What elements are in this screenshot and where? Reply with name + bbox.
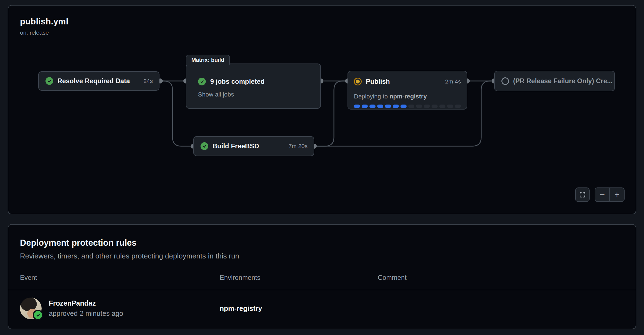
- progress-segment: [432, 105, 438, 108]
- node-duration: 7m 20s: [288, 143, 308, 149]
- avatar: [20, 298, 42, 319]
- column-header-environments: Environments: [220, 274, 378, 281]
- workflow-graph-panel: publish.yml on: release Res: [8, 5, 636, 214]
- matrix-jobs-summary: 9 jobs completed: [210, 78, 265, 85]
- progress-segment: [385, 105, 391, 108]
- success-check-icon: [45, 77, 53, 85]
- node-label: Build FreeBSD: [212, 142, 259, 150]
- deploy-target-environment: npm-registry: [389, 93, 427, 100]
- progress-segment: [424, 105, 430, 108]
- node-matrix-build[interactable]: 9 jobs completed Show all jobs: [186, 64, 321, 109]
- progress-segment: [439, 105, 445, 108]
- reviewer-username[interactable]: FrozenPandaz: [49, 299, 123, 307]
- rules-table-header: Event Environments Comment: [8, 274, 636, 281]
- progress-segment: [369, 105, 376, 108]
- progress-segment: [408, 105, 414, 108]
- column-header-comment: Comment: [378, 274, 624, 281]
- zoom-in-button[interactable]: +: [610, 188, 624, 201]
- node-resolve-required-data[interactable]: Resolve Required Data 24s: [38, 71, 159, 91]
- progress-segment: [416, 105, 422, 108]
- in-progress-icon: [354, 78, 362, 85]
- node-label: (PR Release Failure Only) Cre...: [513, 77, 613, 85]
- deploy-prefix: Deploying to: [354, 93, 389, 100]
- node-build-freebsd[interactable]: Build FreeBSD 7m 20s: [193, 136, 314, 156]
- node-label: Publish: [366, 78, 390, 85]
- rules-heading: Deployment protection rules: [20, 238, 624, 248]
- workflow-header: publish.yml on: release: [20, 17, 68, 36]
- deploy-status-text: Deploying to npm-registry: [354, 93, 461, 100]
- node-pr-release-failure[interactable]: (PR Release Failure Only) Cre...: [494, 71, 615, 91]
- approval-row: FrozenPandaz approved 2 minutes ago npm-…: [8, 290, 636, 326]
- show-all-jobs-link[interactable]: Show all jobs: [198, 91, 314, 98]
- success-check-icon: [198, 78, 206, 85]
- rules-subheading: Reviewers, timers, and other rules prote…: [20, 252, 624, 260]
- zoom-control: − +: [595, 187, 625, 202]
- progress-segment: [455, 105, 461, 108]
- workflow-file-name: publish.yml: [20, 17, 68, 27]
- approval-status-text: approved 2 minutes ago: [49, 309, 123, 318]
- approved-check-badge: [33, 310, 43, 320]
- progress-segment: [354, 105, 360, 108]
- matrix-group-label: Matrix: build: [191, 57, 224, 63]
- fit-to-window-button[interactable]: [575, 187, 590, 202]
- fullscreen-icon: [579, 191, 586, 198]
- node-duration: 2m 4s: [445, 78, 461, 85]
- progress-segment: [393, 105, 399, 108]
- node-label: Resolve Required Data: [57, 77, 130, 85]
- deploy-progress-bar: [354, 105, 461, 108]
- progress-segment: [362, 105, 368, 108]
- progress-segment: [377, 105, 383, 108]
- plus-icon: +: [614, 190, 620, 200]
- node-publish[interactable]: Publish 2m 4s Deploying to npm-registry: [348, 71, 467, 110]
- event-cell: FrozenPandaz approved 2 minutes ago: [20, 298, 220, 319]
- workflow-trigger: on: release: [20, 29, 68, 36]
- progress-segment: [447, 105, 453, 108]
- minus-icon: −: [600, 190, 605, 200]
- matrix-group-tab: Matrix: build: [186, 55, 230, 65]
- deployment-protection-rules-panel: Deployment protection rules Reviewers, t…: [8, 224, 636, 329]
- progress-segment: [400, 105, 407, 108]
- column-header-event: Event: [20, 274, 220, 281]
- workflow-edges: [8, 6, 637, 215]
- success-check-icon: [201, 142, 208, 150]
- pending-circle-icon: [501, 77, 509, 85]
- zoom-out-button[interactable]: −: [595, 188, 609, 201]
- node-duration: 24s: [143, 78, 153, 84]
- environment-name: npm-registry: [220, 304, 378, 313]
